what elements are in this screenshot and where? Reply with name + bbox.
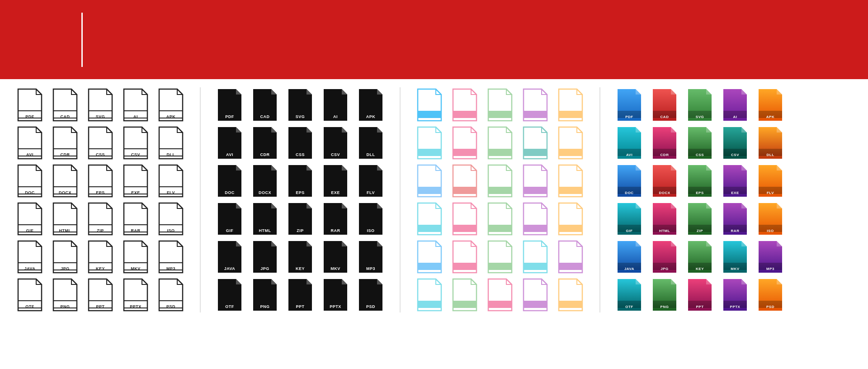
file-label: RAR: [131, 228, 141, 233]
file-label: EPS: [496, 191, 504, 195]
file-icon-apk-colored-flat: APK: [554, 87, 587, 123]
file-icon-pdf-solid: PDF: [213, 87, 246, 123]
icon-row: GIFHTMLZIPRARISO: [213, 201, 387, 237]
file-label: DOC: [425, 191, 434, 195]
file-label: PPTX: [730, 305, 741, 309]
icon-row: DOCDOCXEPSEXEFLV: [613, 163, 787, 199]
file-icon-pptx-colored-flat: PPTX: [519, 277, 552, 312]
file-label: CSV: [331, 152, 340, 157]
icon-row: PDFCADSVGAIAPK: [213, 87, 387, 123]
file-icon-svg-gradient: SVG: [684, 87, 716, 123]
svg-marker-138: [777, 127, 782, 132]
file-icon-dll-solid: DLL: [354, 125, 387, 161]
file-icon-apk-outline: APK: [155, 87, 187, 123]
file-label: JAVA: [624, 267, 634, 271]
file-icon-otf-outline: OTF: [14, 277, 46, 312]
file-icon-cad-colored-flat: CAD: [448, 87, 481, 123]
file-icon-gif-solid: GIF: [213, 201, 246, 237]
svg-marker-142: [671, 165, 676, 170]
file-label: PNG: [660, 305, 669, 309]
file-icon-pdf-colored-flat: PDF: [413, 87, 446, 123]
icon-content: PDFCADSVGAIAPKAVICDRCSSCSVDLLDOCDOCXEPSE…: [0, 79, 868, 321]
file-icon-ppt-solid: PPT: [284, 277, 316, 312]
file-label: SVG: [96, 114, 105, 119]
file-label: MKV: [131, 266, 141, 271]
column-separator: [400, 87, 401, 312]
file-label: JPG: [461, 267, 469, 271]
file-label: PNG: [60, 304, 70, 309]
file-icon-mp3-outline: MP3: [155, 239, 187, 274]
svg-marker-170: [636, 279, 641, 284]
file-icon-jpg-gradient: JPG: [648, 239, 681, 274]
svg-marker-148: [777, 165, 782, 170]
file-label: CDR: [461, 153, 469, 157]
file-icon-psd-solid: PSD: [354, 277, 387, 312]
svg-marker-64: [307, 203, 312, 208]
svg-marker-160: [636, 241, 641, 246]
file-icon-mkv-gradient: MKV: [719, 239, 751, 274]
style-group-outline: PDFCADSVGAIAPKAVICDRCSSCSVDLLDOCDOCXEPSE…: [14, 87, 187, 312]
file-label: RAR: [731, 229, 740, 233]
file-label: MP3: [366, 266, 375, 271]
svg-marker-60: [236, 203, 241, 208]
file-label: JPG: [260, 266, 269, 271]
svg-marker-66: [342, 203, 347, 208]
icon-row: OTFPNGPPTPPTXPSD: [213, 277, 387, 312]
file-label: JAVA: [24, 266, 36, 271]
svg-marker-156: [741, 203, 747, 208]
file-icon-cad-solid: CAD: [249, 87, 281, 123]
file-label: PPT: [296, 304, 304, 309]
style-group-colored-flat: PDFCADSVGAIAPKAVICDRCSSCSVDLLDOCDOCXEPSE…: [413, 87, 587, 312]
file-icon-ppt-colored-flat: PPT: [484, 277, 516, 312]
file-icon-ppt-gradient: PPT: [684, 277, 716, 312]
file-icon-mkv-colored-flat: MKV: [519, 239, 552, 274]
icon-row: AVICDRCSSCSVDLL: [213, 125, 387, 161]
file-icon-avi-outline: AVI: [14, 125, 46, 161]
svg-marker-144: [706, 165, 712, 170]
svg-marker-42: [271, 127, 277, 132]
file-label: OTF: [225, 304, 234, 309]
file-label: CDR: [660, 153, 669, 157]
file-label: PSD: [166, 304, 175, 309]
svg-marker-50: [236, 165, 241, 170]
file-label: HTML: [659, 229, 670, 233]
file-label: CSV: [531, 153, 539, 157]
file-icon-rar-solid: RAR: [319, 201, 352, 237]
file-label: ISO: [767, 229, 774, 233]
file-label: FLV: [367, 190, 375, 195]
file-icon-flv-outline: FLV: [155, 163, 187, 199]
file-label: HTML: [459, 229, 470, 233]
file-label: JPG: [61, 266, 70, 271]
file-icon-psd-outline: PSD: [155, 277, 187, 312]
svg-marker-58: [377, 165, 382, 170]
file-label: ISO: [367, 228, 374, 233]
file-label: JAVA: [425, 267, 434, 271]
file-label: OTF: [425, 305, 434, 309]
svg-marker-46: [342, 127, 347, 132]
file-label: OTF: [625, 305, 633, 309]
file-label: AVI: [426, 153, 433, 157]
svg-marker-146: [741, 165, 747, 170]
file-icon-iso-outline: ISO: [155, 201, 187, 237]
file-label: CSV: [731, 153, 739, 157]
svg-marker-154: [706, 203, 712, 208]
file-icon-csv-gradient: CSV: [719, 125, 751, 161]
file-label: KEY: [296, 266, 305, 271]
file-label: DOC: [25, 190, 35, 195]
svg-marker-168: [777, 241, 782, 246]
file-icon-rar-gradient: RAR: [719, 201, 751, 237]
svg-marker-128: [777, 89, 782, 95]
file-label: KEY: [96, 266, 105, 271]
file-label: PNG: [461, 305, 469, 309]
svg-marker-40: [236, 127, 241, 132]
svg-marker-132: [671, 127, 676, 132]
icon-row: AVICDRCSSCSVDLL: [14, 125, 187, 161]
style-group-solid: PDFCADSVGAIAPKAVICDRCSSCSVDLLDOCDOCXEPSE…: [213, 87, 387, 312]
svg-marker-88: [377, 279, 382, 284]
file-icon-eps-outline: EPS: [84, 163, 117, 199]
file-label: CSV: [131, 152, 140, 157]
file-label: ZIP: [497, 229, 503, 233]
file-label: DOC: [625, 191, 633, 195]
file-label: CAD: [260, 114, 270, 119]
icon-row: GIFHTMLZIPRARISO: [14, 201, 187, 237]
